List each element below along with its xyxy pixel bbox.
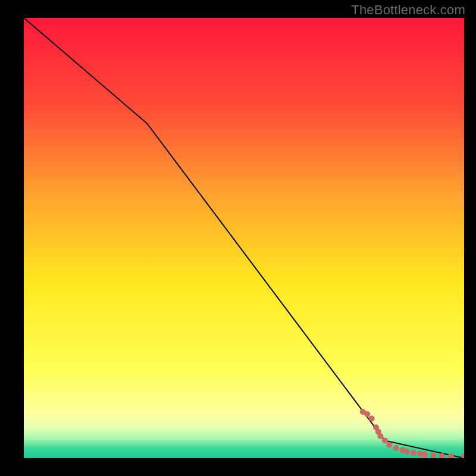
watermark-text: TheBottleneck.com [351, 2, 465, 18]
data-point [421, 452, 427, 458]
data-point [377, 433, 383, 439]
gradient-background [24, 18, 464, 458]
data-point [404, 449, 410, 455]
data-point [369, 415, 375, 421]
data-point [364, 411, 370, 417]
data-point [382, 437, 388, 443]
data-point [411, 450, 416, 456]
data-point [393, 445, 399, 451]
chart-svg [24, 18, 464, 458]
chart-frame: TheBottleneck.com [0, 0, 476, 476]
plot-area [24, 18, 464, 458]
data-point [386, 442, 392, 448]
